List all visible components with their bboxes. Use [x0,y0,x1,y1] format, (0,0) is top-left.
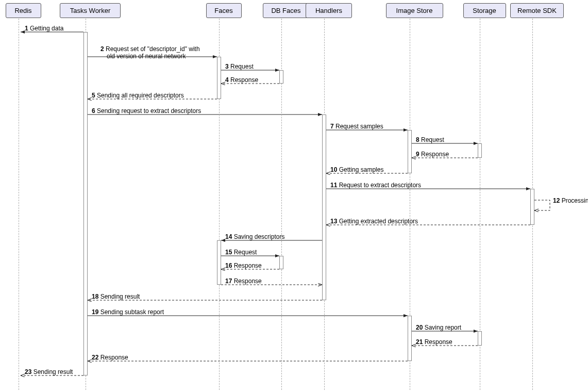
message-9: 9 Response [416,151,449,158]
activation-imgstore [408,130,412,173]
participant-dbfaces: DB Faces [263,3,309,18]
message-7: 7 Request samples [330,123,383,130]
participant-tasks: Tasks Worker [60,3,121,18]
participant-storage: Storage [463,3,506,18]
lifeline-redis [19,19,19,390]
message-6: 6 Sending request to extract descriptors [92,107,201,115]
message-8: 8 Request [416,136,444,143]
activation-remotesdk [530,189,534,225]
participant-imgstore: Image Store [386,3,443,18]
activation-imgstore [408,316,412,361]
participant-handlers: Handlers [306,3,352,18]
participant-remotesdk: Remote SDK [510,3,564,18]
message-14: 14 Saving descriptors [225,233,284,240]
message-11: 11 Request to extract descriptors [330,182,421,189]
message-1: 1 Getting data [25,25,63,32]
activation-tasks [83,32,88,375]
message-21: 21 Response [416,338,452,346]
message-15: 15 Request [225,249,257,256]
activation-dbfaces [279,256,283,269]
activation-faces [217,57,221,99]
message-22: 22 Response [92,354,128,361]
activation-dbfaces [279,70,283,84]
participant-faces: Faces [206,3,242,18]
message-16: 16 Response [225,262,262,269]
message-12: 12 Processing [553,197,588,204]
message-4: 4 Response [225,76,258,84]
activation-handlers [322,115,326,300]
activation-storage [478,143,482,158]
participant-redis: Redis [6,3,41,18]
message-20: 20 Saving report [416,324,461,331]
activation-faces [217,240,221,285]
message-2: 2 Request set of "descriptor_id" withold… [100,45,200,60]
message-5: 5 Sending all required descriptors [92,92,184,99]
message-3: 3 Request [225,63,254,70]
message-19: 19 Sending subtask report [92,308,164,316]
message-17: 17 Response [225,277,262,285]
message-13: 13 Getting extracted descriptors [330,218,418,225]
message-23: 23 Sending result [25,368,73,375]
activation-storage [478,331,482,346]
message-10: 10 Getting samples [330,166,383,173]
message-18: 18 Sending result [92,293,140,300]
